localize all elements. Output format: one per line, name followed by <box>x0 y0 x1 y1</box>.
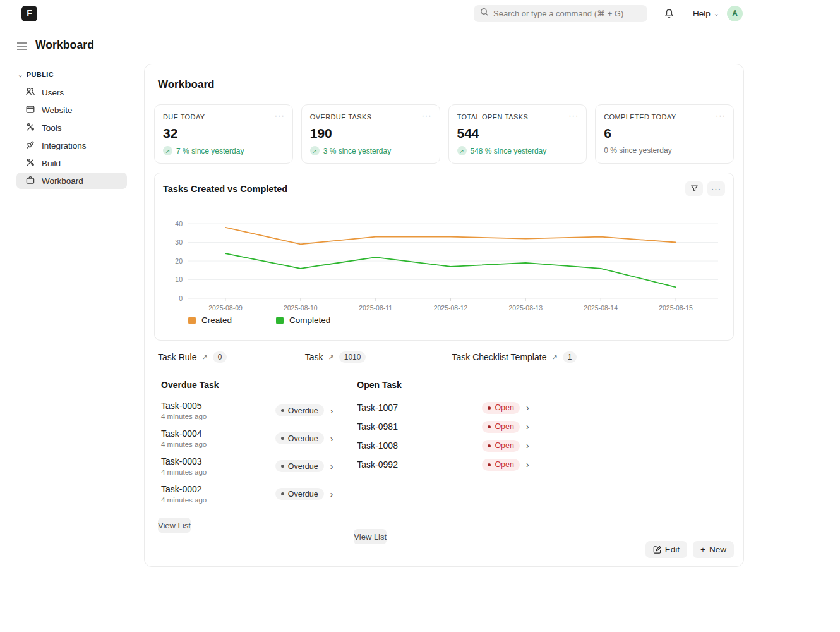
app-logo[interactable]: F <box>21 6 37 21</box>
status-badge: Open <box>482 402 520 414</box>
view-list-button[interactable]: View List <box>158 518 191 533</box>
chevron-right-icon[interactable]: › <box>330 406 333 415</box>
status-dot-icon <box>281 437 284 440</box>
stat-label: COMPLETED TODAY <box>604 113 676 121</box>
list-title: Open Task <box>357 380 537 390</box>
help-menu[interactable]: Help ⌄ <box>693 9 719 18</box>
users-icon <box>25 87 35 99</box>
x-tick-label: 2025-08-10 <box>284 304 318 312</box>
list-item[interactable]: Task-0992 Open › <box>350 458 537 471</box>
sidebar-item-label: Build <box>42 159 61 168</box>
sidebar-item-build[interactable]: Build <box>16 155 127 171</box>
stat-change-text: 548 % since yesterday <box>471 147 547 155</box>
list-item[interactable]: Task-0002 4 minutes ago Overdue › <box>154 484 342 504</box>
stat-card-completed-today[interactable]: COMPLETED TODAY ··· 6 0 % since yesterda… <box>595 104 734 164</box>
sidebar-item-users[interactable]: Users <box>16 84 127 100</box>
list-item[interactable]: Task-0003 4 minutes ago Overdue › <box>154 456 342 476</box>
ellipsis-menu-icon[interactable]: ··· <box>275 113 285 118</box>
list-item[interactable]: Task-0005 4 minutes ago Overdue › <box>154 401 342 420</box>
chevron-right-icon[interactable]: › <box>526 403 529 412</box>
status-badge: Overdue <box>275 460 324 472</box>
stat-label: TOTAL OPEN TASKS <box>457 113 529 121</box>
overdue-task-list: Overdue Task Task-0005 4 minutes ago Ove… <box>154 380 342 544</box>
chevron-right-icon[interactable]: › <box>330 434 333 443</box>
list-title: Overdue Task <box>161 380 342 390</box>
task-name: Task-0981 <box>357 422 482 432</box>
count-badge: 1010 <box>339 351 366 363</box>
sidebar-item-label: Website <box>42 106 73 115</box>
task-name: Task-0003 <box>161 456 275 466</box>
status-dot-icon <box>488 425 491 428</box>
list-item[interactable]: Task-0004 4 minutes ago Overdue › <box>154 428 342 448</box>
chart-menu-button[interactable]: ··· <box>707 181 725 196</box>
stat-card-total-open-tasks[interactable]: TOTAL OPEN TASKS ··· 544 ↗ 548 % since y… <box>448 104 587 164</box>
series-line-completed <box>225 253 676 287</box>
status-dot-icon <box>488 463 491 466</box>
legend-swatch-icon <box>276 317 284 324</box>
y-tick-label: 0 <box>179 295 183 302</box>
sidebar-item-workboard[interactable]: Workboard <box>16 173 127 189</box>
chevron-right-icon[interactable]: › <box>330 490 333 499</box>
new-button[interactable]: + New <box>693 541 734 558</box>
chart-legend: Created Completed <box>155 315 733 325</box>
status-badge: Open <box>482 440 520 452</box>
edit-pencil-icon <box>653 545 661 554</box>
ellipsis-menu-icon[interactable]: ··· <box>716 113 726 118</box>
legend-item-completed[interactable]: Completed <box>276 315 330 325</box>
stat-card-overdue-tasks[interactable]: OVERDUE TASKS ··· 190 ↗ 3 % since yester… <box>301 104 440 164</box>
list-item[interactable]: Task-1007 Open › <box>350 401 537 415</box>
shortcut-task[interactable]: Task ↗ 1010 <box>301 351 440 363</box>
ellipsis-menu-icon[interactable]: ··· <box>422 113 432 118</box>
status-dot-icon <box>281 465 284 468</box>
chevron-right-icon[interactable]: › <box>526 460 529 469</box>
chevron-right-icon[interactable]: › <box>526 422 529 431</box>
status-badge: Overdue <box>275 488 324 500</box>
user-avatar[interactable]: A <box>727 6 743 21</box>
status-dot-icon <box>488 444 491 447</box>
sidebar-item-website[interactable]: Website <box>16 102 127 118</box>
navbar-divider <box>683 7 683 20</box>
x-tick-label: 2025-08-12 <box>434 304 468 312</box>
page-title: Workboard <box>158 78 734 91</box>
search-icon <box>480 8 489 19</box>
chevron-down-icon: ⌄ <box>714 9 719 18</box>
chart-filter-button[interactable] <box>685 181 703 196</box>
shortcut-task-rule[interactable]: Task Rule ↗ 0 <box>154 351 293 363</box>
view-list-button[interactable]: View List <box>354 529 387 544</box>
ellipsis-menu-icon[interactable]: ··· <box>568 113 579 118</box>
legend-swatch-icon <box>188 317 196 324</box>
website-icon <box>25 104 35 116</box>
arrow-up-right-icon: ↗ <box>551 353 557 362</box>
count-badge: 1 <box>563 351 577 363</box>
chevron-right-icon[interactable]: › <box>330 462 333 471</box>
integrations-icon <box>25 140 35 152</box>
notifications-bell-icon[interactable] <box>664 8 675 19</box>
sidebar-section-public[interactable]: ⌄ PUBLIC <box>18 71 134 78</box>
sidebar-toggle-hamburger-icon[interactable] <box>16 40 27 51</box>
edit-button[interactable]: Edit <box>645 541 687 558</box>
stat-change-text: 3 % since yesterday <box>323 147 391 155</box>
chevron-right-icon[interactable]: › <box>526 441 529 450</box>
list-item[interactable]: Task-1008 Open › <box>350 439 537 453</box>
stat-value: 6 <box>604 126 726 141</box>
workspace-card: Workboard DUE TODAY ··· 32 ↗ 7 % since y… <box>144 64 744 567</box>
shortcut-task-checklist-template[interactable]: Task Checklist Template ↗ 1 <box>448 351 587 363</box>
stat-value: 190 <box>310 126 432 141</box>
legend-item-created[interactable]: Created <box>188 315 232 325</box>
stat-label: OVERDUE TASKS <box>310 113 372 121</box>
task-timestamp: 4 minutes ago <box>161 413 275 420</box>
global-search[interactable] <box>474 5 647 22</box>
list-item[interactable]: Task-0981 Open › <box>350 420 537 434</box>
stat-card-due-today[interactable]: DUE TODAY ··· 32 ↗ 7 % since yesterday <box>154 104 293 164</box>
search-input[interactable] <box>493 9 641 18</box>
shortcut-label: Task Rule <box>158 352 196 362</box>
ellipsis-menu-icon: ··· <box>711 186 721 191</box>
stat-change-text: 0 % since yesterday <box>604 146 671 155</box>
sidebar-item-integrations[interactable]: Integrations <box>16 137 127 154</box>
workboard-icon <box>25 175 35 187</box>
section-label-text: PUBLIC <box>27 71 54 78</box>
task-timestamp: 4 minutes ago <box>161 441 275 448</box>
tools-icon <box>25 122 35 134</box>
sidebar-item-tools[interactable]: Tools <box>16 119 127 136</box>
arrow-up-right-icon: ↗ <box>201 353 207 362</box>
